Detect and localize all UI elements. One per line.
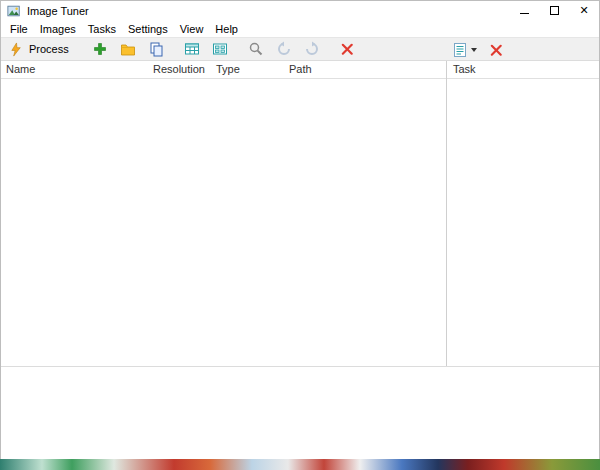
rotate-left-icon bbox=[276, 41, 292, 57]
maximize-icon bbox=[550, 6, 559, 15]
process-button-label: Process bbox=[29, 43, 69, 55]
titlebar: Image Tuner ✕ bbox=[1, 1, 599, 20]
add-images-button[interactable] bbox=[89, 38, 111, 60]
menu-item-view[interactable]: View bbox=[174, 22, 210, 36]
zoom-preview-button[interactable] bbox=[245, 38, 267, 60]
menu-item-images[interactable]: Images bbox=[34, 22, 82, 36]
list-header-row: Name Resolution Type Path Task bbox=[1, 61, 599, 79]
rotate-left-button[interactable] bbox=[273, 38, 295, 60]
thumbnails-view-icon bbox=[212, 41, 228, 57]
menu-item-settings[interactable]: Settings bbox=[122, 22, 174, 36]
remove-task-button[interactable] bbox=[486, 39, 507, 61]
content-area: Name Resolution Type Path Task bbox=[1, 61, 599, 366]
task-list-icon bbox=[452, 42, 468, 58]
remove-images-icon bbox=[340, 42, 355, 57]
copy-images-button[interactable] bbox=[145, 38, 167, 60]
column-header-task[interactable]: Task bbox=[453, 63, 476, 75]
window-controls: ✕ bbox=[509, 1, 599, 20]
rotate-right-icon bbox=[304, 41, 320, 57]
plus-icon bbox=[92, 41, 108, 57]
task-toolbar-group bbox=[449, 39, 507, 61]
image-tuner-window: Image Tuner ✕ File Images Tasks Settings… bbox=[0, 0, 600, 459]
preview-panel bbox=[1, 367, 599, 459]
process-button[interactable]: Process bbox=[5, 38, 75, 60]
task-list[interactable] bbox=[447, 80, 599, 366]
lightning-icon bbox=[9, 42, 24, 57]
menubar: File Images Tasks Settings View Help bbox=[1, 20, 599, 37]
rotate-right-button[interactable] bbox=[301, 38, 323, 60]
maximize-button[interactable] bbox=[539, 1, 569, 20]
window-title: Image Tuner bbox=[27, 5, 89, 17]
add-folder-button[interactable] bbox=[117, 38, 139, 60]
app-icon bbox=[7, 4, 21, 18]
column-header-name[interactable]: Name bbox=[6, 63, 35, 75]
remove-task-icon bbox=[489, 43, 504, 58]
column-header-path[interactable]: Path bbox=[289, 63, 312, 75]
task-menu-dropdown-icon bbox=[471, 48, 477, 52]
close-button[interactable]: ✕ bbox=[569, 1, 599, 20]
close-icon: ✕ bbox=[579, 5, 588, 16]
folder-icon bbox=[120, 41, 136, 57]
file-list[interactable] bbox=[1, 80, 446, 366]
desktop-wallpaper bbox=[0, 459, 600, 470]
menu-item-file[interactable]: File bbox=[4, 22, 34, 36]
details-view-icon bbox=[184, 41, 200, 57]
minimize-icon bbox=[520, 13, 529, 14]
menu-item-help[interactable]: Help bbox=[209, 22, 244, 36]
column-header-resolution[interactable]: Resolution bbox=[153, 63, 205, 75]
details-view-button[interactable] bbox=[181, 38, 203, 60]
magnifier-icon bbox=[248, 41, 264, 57]
toolbar: Process bbox=[1, 37, 599, 61]
thumbnails-view-button[interactable] bbox=[209, 38, 231, 60]
column-header-type[interactable]: Type bbox=[216, 63, 240, 75]
panel-divider bbox=[446, 61, 447, 366]
minimize-button[interactable] bbox=[509, 1, 539, 20]
copy-icon bbox=[148, 41, 164, 57]
task-menu-button[interactable] bbox=[449, 39, 480, 61]
menu-item-tasks[interactable]: Tasks bbox=[82, 22, 122, 36]
remove-images-button[interactable] bbox=[337, 38, 358, 60]
